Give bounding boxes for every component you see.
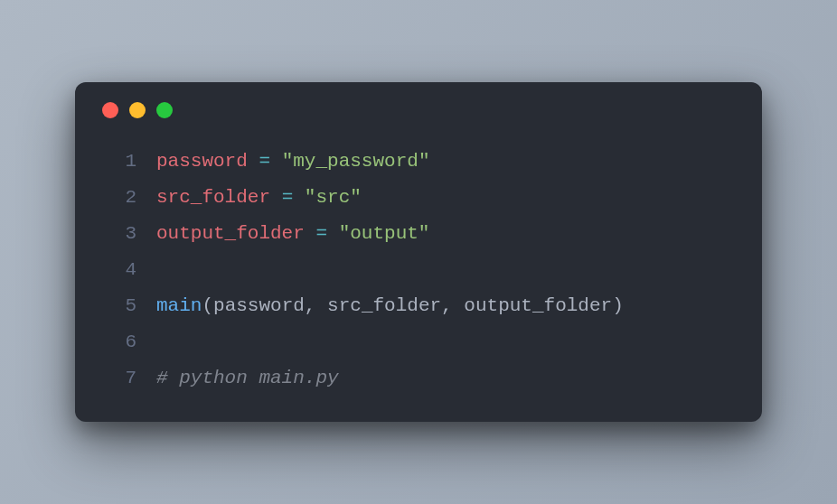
code-line[interactable]: 5main(password, src_folder, output_folde… (100, 288, 737, 324)
token-default (248, 151, 259, 172)
token-str: "output" (339, 223, 430, 244)
token-default (305, 223, 316, 244)
line-number: 1 (100, 144, 136, 180)
token-punc: ) (612, 295, 624, 316)
close-icon[interactable] (102, 102, 118, 118)
line-number: 2 (100, 180, 136, 216)
token-op: = (282, 187, 294, 208)
token-punc: , (441, 295, 453, 316)
token-default (270, 187, 282, 208)
line-number: 7 (100, 360, 136, 397)
token-default (270, 151, 282, 172)
line-number: 6 (100, 324, 136, 360)
code-line[interactable]: 2src_folder = "src" (100, 180, 737, 216)
token-op: = (259, 151, 270, 172)
line-content (156, 252, 168, 288)
token-func: main (156, 295, 202, 316)
token-default (453, 295, 465, 316)
line-number: 3 (100, 216, 136, 252)
code-line[interactable]: 6 (100, 324, 737, 360)
token-default (315, 295, 327, 316)
token-punc: ( (202, 295, 213, 316)
line-content: src_folder = "src" (156, 180, 362, 216)
token-var: output_folder (156, 223, 305, 244)
token-comment: # python main.py (156, 368, 339, 388)
token-op: = (315, 223, 327, 244)
token-arg: password (213, 295, 305, 316)
code-line[interactable]: 3output_folder = "output" (100, 216, 737, 252)
token-default (293, 187, 305, 208)
code-line[interactable]: 4 (100, 252, 737, 288)
minimize-icon[interactable] (129, 102, 146, 118)
maximize-icon[interactable] (156, 102, 173, 118)
code-editor[interactable]: 1password = "my_password"2src_folder = "… (100, 144, 737, 396)
token-str: "src" (305, 187, 362, 208)
token-var: src_folder (156, 187, 270, 208)
line-content: # python main.py (156, 360, 339, 397)
traffic-lights (100, 102, 737, 118)
token-str: "my_password" (282, 151, 430, 172)
line-number: 4 (100, 252, 136, 288)
code-line[interactable]: 1password = "my_password" (100, 144, 737, 180)
line-content (156, 324, 168, 360)
token-arg: output_folder (464, 295, 612, 316)
code-window: 1password = "my_password"2src_folder = "… (75, 82, 762, 421)
token-var: password (156, 151, 248, 172)
line-content: password = "my_password" (156, 144, 429, 180)
line-number: 5 (100, 288, 136, 324)
token-punc: , (305, 295, 316, 316)
token-default (327, 223, 339, 244)
token-arg: src_folder (327, 295, 441, 316)
line-content: main(password, src_folder, output_folder… (156, 288, 624, 324)
code-line[interactable]: 7# python main.py (100, 360, 737, 397)
line-content: output_folder = "output" (156, 216, 429, 252)
